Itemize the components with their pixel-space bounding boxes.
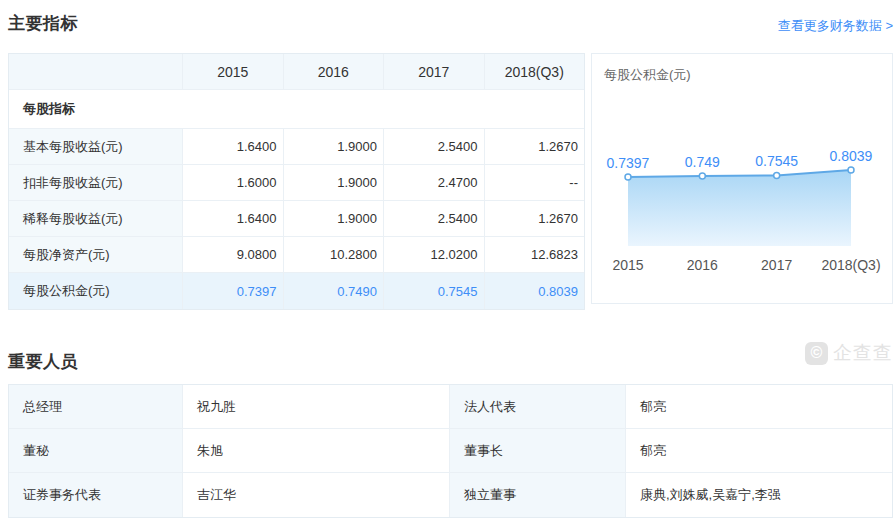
watermark: © 企查查 <box>805 340 893 366</box>
year-header-2016: 2016 <box>284 54 385 89</box>
cell-value: 9.0800 <box>183 237 284 272</box>
indicators-table: 2015 2016 2017 2018(Q3) 每股指标 基本每股收益(元) 1… <box>8 53 585 310</box>
chart-point-label: 0.7397 <box>607 155 650 171</box>
indicators-group-header-row: 每股指标 <box>9 90 584 129</box>
chart-point-label: 0.7545 <box>755 153 798 169</box>
table-row: 董秘 朱旭 董事长 郁亮 <box>9 429 892 473</box>
cell-value: 12.6823 <box>485 237 585 272</box>
table-row-capital-reserve-per-share-selected[interactable]: 每股公积金(元) 0.7397 0.7490 0.7545 0.8039 <box>9 273 584 309</box>
cell-value: -- <box>485 165 585 200</box>
chart-area-fill <box>628 170 851 246</box>
role-label: 总经理 <box>9 385 183 428</box>
person-name: 郁亮 <box>626 385 892 428</box>
qichacha-logo-icon: © <box>805 342 828 365</box>
person-name: 吉江华 <box>183 473 450 517</box>
cell-value: 2.5400 <box>384 129 485 164</box>
cell-value: 10.2800 <box>284 237 385 272</box>
section-title-main-indicators: 主要指标 <box>8 12 78 35</box>
cell-value: 1.6400 <box>183 201 284 236</box>
row-label: 基本每股收益(元) <box>9 129 183 164</box>
table-row-basic-eps[interactable]: 基本每股收益(元) 1.6400 1.9000 2.5400 1.2670 <box>9 129 584 165</box>
cell-value: 1.9000 <box>284 129 385 164</box>
cell-value: 12.0200 <box>384 237 485 272</box>
cell-value: 1.2670 <box>485 129 585 164</box>
chart-point <box>848 167 854 173</box>
table-row-diluted-eps[interactable]: 稀释每股收益(元) 1.6400 1.9000 2.5400 1.2670 <box>9 201 584 237</box>
chart-point <box>625 174 631 180</box>
row-label: 每股公积金(元) <box>9 273 183 309</box>
table-row-deducted-eps[interactable]: 扣非每股收益(元) 1.6000 1.9000 2.4700 -- <box>9 165 584 201</box>
row-label: 每股净资产(元) <box>9 237 183 272</box>
chart-axis-label: 2018(Q3) <box>821 257 880 273</box>
person-name: 朱旭 <box>183 429 450 472</box>
year-header-spacer <box>9 54 183 89</box>
cell-value: 1.2670 <box>485 201 585 236</box>
cell-value: 0.7397 <box>183 273 284 309</box>
cell-value: 1.6000 <box>183 165 284 200</box>
table-row-net-assets-per-share[interactable]: 每股净资产(元) 9.0800 10.2800 12.0200 12.6823 <box>9 237 584 273</box>
row-label: 稀释每股收益(元) <box>9 201 183 236</box>
chart-point <box>699 173 705 179</box>
year-header-2017: 2017 <box>384 54 485 89</box>
table-row: 总经理 祝九胜 法人代表 郁亮 <box>9 385 892 429</box>
role-label: 法人代表 <box>450 385 626 428</box>
cell-value: 2.4700 <box>384 165 485 200</box>
capital-reserve-area-chart: 0.739720150.74920160.754520170.80392018(… <box>592 54 894 305</box>
role-label: 董事长 <box>450 429 626 472</box>
chart-axis-label: 2015 <box>612 257 643 273</box>
chart-point-label: 0.749 <box>685 154 720 170</box>
watermark-brand-text: 企查查 <box>833 340 893 366</box>
chart-point-label: 0.8039 <box>830 148 873 164</box>
year-header-2018q3: 2018(Q3) <box>485 54 585 89</box>
financial-overview-page: 主要指标 查看更多财务数据 > 2015 2016 2017 2018(Q3) … <box>0 0 895 520</box>
group-header-label: 每股指标 <box>9 90 584 128</box>
personnel-table: 总经理 祝九胜 法人代表 郁亮 董秘 朱旭 董事长 郁亮 证券事务代表 吉江华 … <box>8 384 893 518</box>
cell-value: 0.7545 <box>384 273 485 309</box>
chart-point <box>774 172 780 178</box>
person-name: 祝九胜 <box>183 385 450 428</box>
table-row: 证券事务代表 吉江华 独立董事 康典,刘姝威,吴嘉宁,李强 <box>9 473 892 517</box>
role-label: 董秘 <box>9 429 183 472</box>
cell-value: 1.9000 <box>284 201 385 236</box>
chart-axis-label: 2016 <box>687 257 718 273</box>
indicators-table-header-row: 2015 2016 2017 2018(Q3) <box>9 54 584 90</box>
cell-value: 1.9000 <box>284 165 385 200</box>
indicator-chart-panel: 每股公积金(元) 0.739720150.74920160.754520170.… <box>591 53 893 304</box>
cell-value: 0.7490 <box>284 273 385 309</box>
role-label: 证券事务代表 <box>9 473 183 517</box>
chart-axis-label: 2017 <box>761 257 792 273</box>
year-header-2015: 2015 <box>183 54 284 89</box>
cell-value: 0.8039 <box>485 273 585 309</box>
section-title-key-personnel: 重要人员 <box>8 350 78 373</box>
row-label: 扣非每股收益(元) <box>9 165 183 200</box>
cell-value: 2.5400 <box>384 201 485 236</box>
person-name: 郁亮 <box>626 429 892 472</box>
more-financial-data-link[interactable]: 查看更多财务数据 > <box>778 17 893 35</box>
cell-value: 1.6400 <box>183 129 284 164</box>
person-name: 康典,刘姝威,吴嘉宁,李强 <box>626 473 892 517</box>
role-label: 独立董事 <box>450 473 626 517</box>
